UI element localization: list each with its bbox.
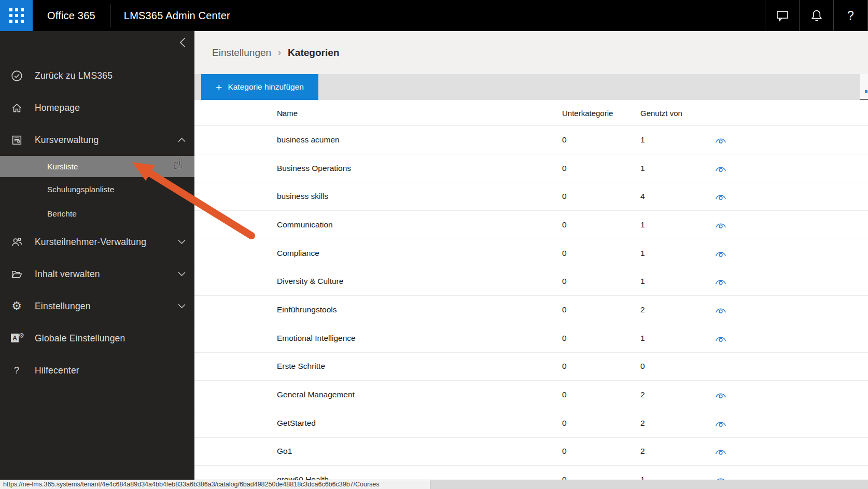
topbar-divider [110, 4, 110, 27]
view-eye-icon[interactable] [715, 448, 726, 455]
chat-icon [775, 9, 790, 22]
table-row[interactable]: Go1 0 2 [194, 438, 868, 466]
view-eye-icon[interactable] [715, 278, 726, 285]
people-icon [9, 236, 24, 249]
table-row[interactable]: Emotional Intelligence 0 1 [194, 324, 868, 353]
chevron-up-icon[interactable] [177, 137, 186, 142]
sidebar-item-einstellungen[interactable]: ⚙ Einstellungen [0, 290, 194, 322]
subcategory-count: 0 [562, 419, 567, 428]
column-header-used-by[interactable]: Genutzt von [640, 108, 682, 117]
sidebar-item-kursteilnehmer-verwaltung[interactable]: Kursteilnehmer-Verwaltung [0, 226, 194, 258]
view-eye-icon[interactable] [715, 334, 726, 342]
breadcrumb-einstellungen[interactable]: Einstellungen [212, 47, 271, 59]
category-name: Business Operations [277, 164, 351, 173]
used-by-count: 4 [640, 192, 645, 201]
breadcrumb-separator-icon: › [278, 47, 281, 58]
subcategory-count: 0 [562, 135, 567, 145]
course-list-icon [9, 134, 24, 147]
sort-ascending-icon: ↑ [281, 109, 284, 117]
chevron-left-icon [179, 37, 186, 48]
command-bar: + Kategorie hinzufügen [194, 74, 868, 100]
category-name: Communication [277, 220, 333, 229]
sidebar-subitem-berichte[interactable]: Berichte [0, 202, 194, 226]
status-bar-url: https://ne-lms.365.systems/tenant/4e4c68… [0, 480, 430, 489]
table-row[interactable]: Diversity & Culture 0 1 [194, 267, 868, 296]
subcategory-count: 0 [562, 362, 567, 371]
question-icon: ? [9, 365, 24, 376]
sidebar-item-homepage[interactable]: Homepage [0, 92, 194, 124]
table-row[interactable]: Business Operations 0 1 [194, 154, 868, 183]
category-name: business skills [277, 192, 328, 201]
sidebar-item-hilfecenter[interactable]: ? Hilfecenter [0, 354, 194, 386]
view-eye-icon[interactable] [715, 391, 726, 399]
sidebar-collapse-button[interactable] [0, 31, 194, 54]
main-content: Einstellungen › Kategorien + Kategorie h… [194, 31, 868, 489]
sidebar-item-zur-ck-zu-lms365[interactable]: Zurück zu LMS365 [0, 60, 194, 92]
help-icon: ? [847, 9, 854, 23]
used-by-count: 1 [640, 135, 645, 145]
chevron-down-icon[interactable] [177, 239, 186, 244]
used-by-count: 0 [640, 362, 645, 371]
sidebar-item-label: Kursverwaltung [35, 135, 177, 146]
check-circle-icon [9, 69, 24, 82]
used-by-count: 1 [640, 277, 645, 286]
category-name: GetStarted [277, 419, 316, 428]
brand-office365[interactable]: Office 365 [47, 10, 95, 22]
sidebar: Zurück zu LMS365 Homepage Kursverwaltung… [0, 31, 194, 489]
table-row[interactable]: Erste Schritte 0 0 [194, 353, 868, 381]
bell-icon [810, 9, 823, 23]
category-name: Diversity & Culture [277, 277, 343, 286]
category-name: business acumen [277, 135, 340, 145]
used-by-count: 2 [640, 305, 645, 314]
chat-button[interactable] [765, 0, 799, 31]
table-row[interactable]: GetStarted 0 2 [194, 409, 868, 438]
sidebar-subitem-kursliste[interactable]: Kursliste [0, 156, 194, 177]
sidebar-item-label: Inhalt verwalten [35, 269, 177, 280]
view-eye-icon[interactable] [715, 193, 726, 200]
used-by-count: 1 [640, 220, 645, 229]
category-name: General Management [277, 390, 355, 399]
table-row[interactable]: General Management 0 2 [194, 381, 868, 409]
table-row[interactable]: Compliance 0 1 [194, 239, 868, 268]
view-eye-icon[interactable] [715, 249, 726, 257]
subcategory-count: 0 [562, 305, 567, 314]
view-eye-icon[interactable] [715, 136, 726, 143]
gear-icon: ⚙ [9, 300, 24, 312]
used-by-count: 2 [640, 390, 645, 399]
topbar-actions: ? [765, 0, 868, 31]
category-name: Go1 [277, 447, 292, 456]
sidebar-nav: Zurück zu LMS365 Homepage Kursverwaltung… [0, 60, 194, 386]
help-button[interactable]: ? [833, 0, 868, 31]
sidebar-item-globale-einstellungen[interactable]: A⚙ Globale Einstellungen [0, 322, 194, 354]
table-row[interactable]: Communication 0 1 [194, 211, 868, 239]
sidebar-item-label: Globale Einstellungen [35, 333, 186, 344]
used-by-count: 2 [640, 447, 645, 456]
chevron-down-icon[interactable] [177, 271, 186, 277]
table-header: Name↑ Unterkategorie Genutzt von [194, 100, 868, 126]
sidebar-subitem-schulungsplanliste[interactable]: Schulungsplanliste [0, 177, 194, 202]
page-title: Kategorien [288, 47, 339, 59]
view-eye-icon[interactable] [715, 164, 726, 172]
add-category-button[interactable]: + Kategorie hinzufügen [201, 74, 318, 100]
view-eye-icon[interactable] [715, 221, 726, 228]
used-by-count: 1 [640, 249, 645, 258]
sidebar-item-label: Einstellungen [35, 301, 177, 312]
table-row[interactable]: business acumen 0 1 [194, 126, 868, 154]
home-icon [9, 102, 24, 114]
category-name: Einführungstools [277, 305, 337, 314]
view-eye-icon[interactable] [715, 306, 726, 313]
table-row[interactable]: business skills 0 4 [194, 182, 868, 211]
admin-icon: A⚙ [9, 333, 24, 344]
used-by-count: 2 [640, 419, 645, 428]
view-eye-icon[interactable] [715, 419, 726, 427]
app-launcher-icon[interactable] [0, 0, 33, 31]
sidebar-item-inhalt-verwalten[interactable]: Inhalt verwalten [0, 258, 194, 290]
notifications-button[interactable] [799, 0, 833, 31]
category-name: Compliance [277, 249, 319, 258]
column-header-subcategory[interactable]: Unterkategorie [562, 108, 613, 117]
subcategory-count: 0 [562, 164, 567, 173]
chevron-down-icon[interactable] [177, 304, 186, 309]
sidebar-item-kursverwaltung[interactable]: Kursverwaltung [0, 124, 194, 156]
table-row[interactable]: Einführungstools 0 2 [194, 296, 868, 324]
subcategory-count: 0 [562, 390, 567, 399]
